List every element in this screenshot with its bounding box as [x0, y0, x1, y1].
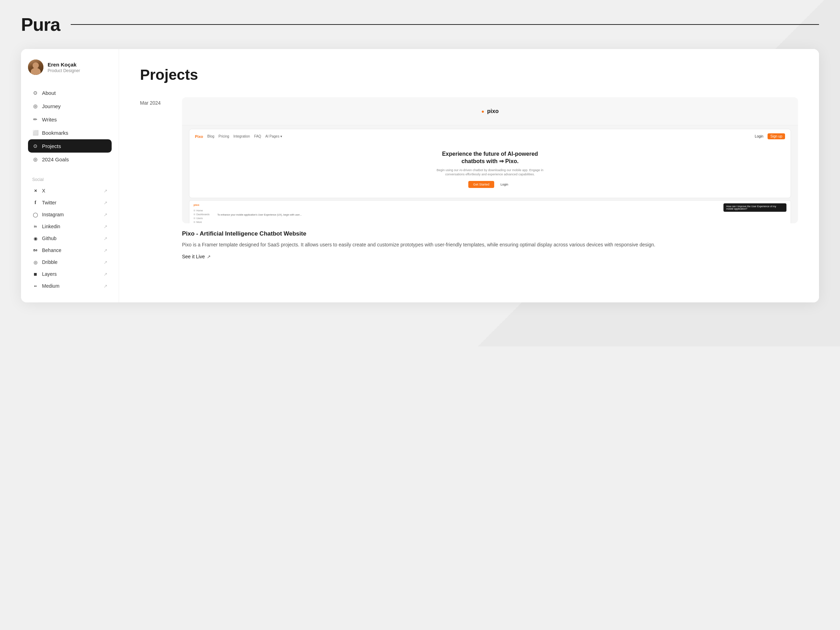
instagram-icon: ◯ — [32, 212, 38, 218]
sidebar-item-journey[interactable]: ◎ Journey — [28, 99, 112, 113]
social-label: Layers — [42, 271, 100, 277]
dribble-icon: ◎ — [32, 259, 38, 265]
social-label: Instagram — [42, 212, 100, 217]
social-label: Linkedin — [42, 224, 100, 229]
project-card: ● pixo Pixo Blog Pricing Integration FAQ… — [182, 97, 798, 259]
project-title: Pixo - Artificial Intelligence Chatbot W… — [182, 230, 798, 237]
social-label: X — [42, 188, 100, 194]
user-role: Product Designer — [47, 68, 80, 73]
goals-icon: ◎ — [32, 156, 38, 163]
external-arrow-icon: ↗ — [104, 272, 107, 277]
header-divider — [71, 24, 819, 25]
pixo-hero-buttons: Get Started Login — [205, 181, 775, 188]
external-arrow-icon: ↗ — [104, 236, 107, 241]
pixo-logo: ● pixo — [481, 108, 498, 114]
sidebar-item-bookmarks[interactable]: ⬜ Bookmarks — [28, 126, 112, 139]
external-arrow-icon: ↗ — [104, 188, 107, 194]
project-date: Mar 2024 — [140, 97, 168, 259]
sidebar-item-about[interactable]: ⊙ About — [28, 86, 112, 99]
project-entry: Mar 2024 ● pixo Pixo Blog — [140, 97, 798, 259]
sidebar-item-label: 2024 Goals — [42, 156, 69, 163]
pixo-mini-sidebar: pixo Home Dashboards Users More Chats Pr… — [194, 203, 215, 223]
pixo-chat-response: To enhance your mobile application's Use… — [217, 213, 786, 217]
social-item-instagram[interactable]: ◯ Instagram ↗ — [28, 208, 112, 221]
social-item-twitter[interactable]: f Twitter ↗ — [28, 197, 112, 208]
page-title: Projects — [140, 66, 798, 83]
pixo-nav: Pixo Blog Pricing Integration FAQ Al Pag… — [195, 133, 785, 139]
pixo-login-button[interactable]: Login — [497, 181, 512, 188]
social-label: Twitter — [42, 200, 100, 205]
sidebar-item-writes[interactable]: ✏ Writes — [28, 113, 112, 126]
project-description: Pixo is a Framer template designed for S… — [182, 241, 798, 249]
behance-icon: Bē — [32, 247, 38, 253]
social-list: ✕ X ↗ f Twitter ↗ ◯ Instagram ↗ in Linke… — [28, 185, 112, 292]
social-item-linkedin[interactable]: in Linkedin ↗ — [28, 221, 112, 232]
social-item-github[interactable]: ◉ Github ↗ — [28, 232, 112, 244]
pixo-website-frame: Pixo Blog Pricing Integration FAQ Al Pag… — [189, 129, 791, 198]
project-preview: ● pixo Pixo Blog Pricing Integration FAQ… — [182, 97, 798, 223]
external-arrow-icon: ↗ — [104, 260, 107, 265]
pixo-header-bar: ● pixo — [182, 97, 798, 125]
sidebar-item-projects[interactable]: ⊙ Projects — [28, 139, 112, 153]
bookmarks-icon: ⬜ — [32, 129, 38, 136]
social-item-layers[interactable]: ◼ Layers ↗ — [28, 268, 112, 280]
pixo-nav-logo: Pixo — [195, 134, 203, 139]
see-live-label: See it Live — [182, 254, 205, 259]
social-label: Medium — [42, 283, 100, 289]
pixo-bottom-frame: pixo Home Dashboards Users More Chats Pr… — [189, 200, 791, 223]
writes-icon: ✏ — [32, 116, 38, 123]
social-item-medium[interactable]: •• Medium ↗ — [28, 280, 112, 292]
twitter-icon: f — [32, 199, 38, 206]
social-item-x[interactable]: ✕ X ↗ — [28, 185, 112, 197]
pixo-get-started-button[interactable]: Get Started — [468, 181, 494, 188]
pixo-hero-sub: Begin using our AI-driven chatbot by dow… — [205, 168, 775, 177]
app-header: Pura — [21, 14, 819, 35]
pixo-hero: Experience the future of AI-poweredchatb… — [195, 145, 785, 194]
sidebar-item-label: About — [42, 90, 56, 96]
pixo-chat-bubble: How can I improve the User Experience of… — [723, 203, 786, 212]
external-arrow-icon: ↗ — [104, 212, 107, 217]
app-title: Pura — [21, 14, 60, 35]
social-label: Dribble — [42, 259, 100, 265]
pixo-hero-title: Experience the future of AI-poweredchatb… — [205, 150, 775, 165]
journey-icon: ◎ — [32, 103, 38, 109]
social-item-behance[interactable]: Bē Behance ↗ — [28, 244, 112, 256]
layers-icon: ◼ — [32, 271, 38, 277]
avatar — [28, 60, 43, 75]
user-profile: Eren Koçak Product Designer — [28, 60, 112, 75]
about-icon: ⊙ — [32, 90, 38, 96]
main-container: Eren Koçak Product Designer ⊙ About ◎ Jo… — [21, 49, 819, 302]
social-label: Behance — [42, 248, 100, 253]
see-live-link[interactable]: See it Live ↗ — [182, 254, 798, 259]
social-label: Github — [42, 235, 100, 241]
sidebar-item-label: Bookmarks — [42, 130, 68, 136]
sidebar: Eren Koçak Product Designer ⊙ About ◎ Jo… — [21, 49, 119, 302]
projects-icon: ⊙ — [32, 143, 38, 149]
external-arrow-icon: ↗ — [104, 284, 107, 289]
linkedin-icon: in — [32, 223, 38, 230]
sidebar-item-label: Journey — [42, 103, 60, 109]
pixo-chat-area: How can I improve the User Experience of… — [217, 203, 786, 217]
sidebar-item-label: Projects — [42, 143, 61, 149]
external-arrow-icon: ↗ — [104, 224, 107, 229]
user-info: Eren Koçak Product Designer — [47, 62, 80, 73]
avatar-image — [28, 60, 43, 75]
external-arrow-icon: ↗ — [104, 248, 107, 253]
social-item-dribble[interactable]: ◎ Dribble ↗ — [28, 256, 112, 268]
nav-list: ⊙ About ◎ Journey ✏ Writes ⬜ Bookmarks ⊙… — [28, 86, 112, 166]
sidebar-item-goals[interactable]: ◎ 2024 Goals — [28, 153, 112, 166]
external-link-icon: ↗ — [207, 254, 211, 259]
social-section-label: Social — [28, 177, 112, 182]
sidebar-item-label: Writes — [42, 117, 57, 123]
medium-icon: •• — [32, 283, 38, 289]
x-icon: ✕ — [32, 188, 38, 194]
user-name: Eren Koçak — [47, 62, 80, 68]
external-arrow-icon: ↗ — [104, 200, 107, 205]
github-icon: ◉ — [32, 235, 38, 242]
main-content: Projects Mar 2024 ● pixo Pixo — [119, 49, 819, 302]
